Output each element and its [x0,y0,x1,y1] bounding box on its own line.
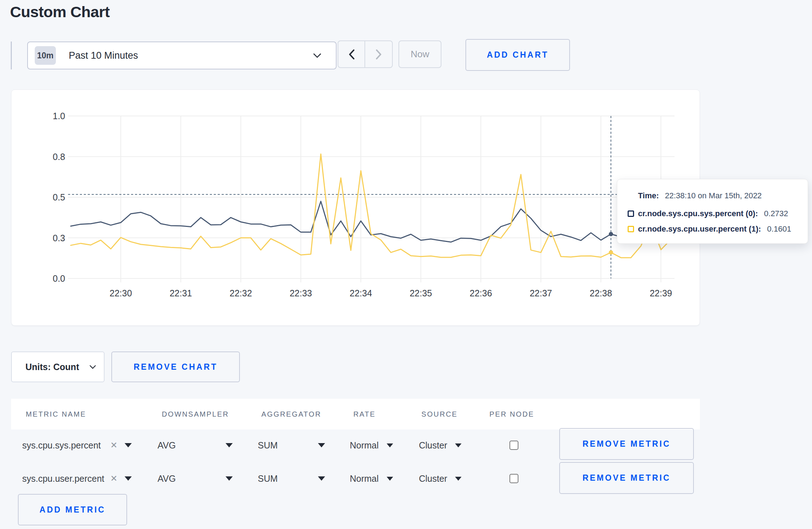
svg-text:22:31: 22:31 [170,288,192,298]
svg-text:0.3: 0.3 [53,233,65,243]
chart-tooltip: Time: 22:38:10 on Mar 15th, 2022 cr.node… [617,179,808,244]
remove-metric-button[interactable]: REMOVE METRIC [559,428,694,460]
chevron-down-icon [313,53,322,58]
prev-time-button[interactable] [338,41,365,67]
downsampler-select[interactable]: AVG [158,471,176,486]
svg-text:0.5: 0.5 [53,192,65,202]
add-chart-button[interactable]: ADD CHART [465,39,570,71]
svg-text:22:37: 22:37 [530,288,552,298]
aggregator-dropdown-arrow[interactable] [318,437,325,453]
add-metric-button[interactable]: ADD METRIC [18,494,127,525]
svg-text:22:30: 22:30 [110,288,132,298]
tooltip-time-value: 22:38:10 on Mar 15th, 2022 [665,191,762,200]
metric-name-dropdown-arrow[interactable] [125,437,132,453]
aggregator-select[interactable]: SUM [258,471,278,486]
series-user-swatch [628,226,634,232]
remove-chart-button[interactable]: REMOVE CHART [111,351,240,382]
time-nav-group [338,40,393,68]
col-header-aggregator: AGGREGATOR [261,399,322,429]
time-range-label: Past 10 Minutes [69,50,138,61]
units-label: Units: Count [25,362,79,372]
series-sys-swatch [628,210,634,217]
tooltip-series-label: cr.node.sys.cpu.user.percent (1): [638,224,761,234]
remove-metric-x-icon[interactable]: ✕ [110,471,117,486]
metrics-table-header: METRIC NAME DOWNSAMPLER AGGREGATOR RATE … [11,399,700,429]
col-header-metric-name: METRIC NAME [26,399,86,429]
metric-name-dropdown-arrow[interactable] [125,471,132,486]
next-time-button[interactable] [365,41,392,67]
col-header-rate: RATE [353,399,376,429]
col-header-per-node: PER NODE [489,399,534,429]
svg-text:22:38: 22:38 [590,288,612,298]
chevron-left-icon [348,49,355,60]
aggregator-dropdown-arrow[interactable] [318,471,325,486]
chevron-down-icon [89,365,96,369]
svg-text:22:36: 22:36 [470,288,492,298]
col-header-downsampler: DOWNSAMPLER [162,399,229,429]
rate-select[interactable]: Normal [350,437,393,453]
tooltip-time-label: Time: [638,191,659,200]
downsampler-dropdown-arrow[interactable] [226,471,233,486]
remove-metric-button[interactable]: REMOVE METRIC [559,462,694,494]
source-select[interactable]: Cluster [419,471,461,486]
line-chart[interactable]: 0.00.30.50.81.022:3022:3122:3222:3322:34… [11,89,700,326]
page-title: Custom Chart [10,3,110,21]
aggregator-select[interactable]: SUM [258,437,278,453]
tooltip-series-value: 0.2732 [764,209,788,218]
tooltip-series-value: 0.1601 [767,224,791,234]
time-range-badge: 10m [35,46,56,65]
remove-metric-x-icon[interactable]: ✕ [110,437,117,453]
tooltip-series-label: cr.node.sys.cpu.sys.percent (0): [638,209,758,218]
now-button[interactable]: Now [398,40,441,68]
col-header-source: SOURCE [421,399,458,429]
per-node-checkbox[interactable] [509,437,518,453]
svg-text:22:32: 22:32 [229,288,252,298]
metric-name-value[interactable]: sys.cpu.sys.percent [22,440,101,451]
source-select[interactable]: Cluster [419,437,461,453]
downsampler-select[interactable]: AVG [158,437,176,453]
svg-text:22:39: 22:39 [650,288,672,298]
svg-text:0.0: 0.0 [53,273,65,283]
units-select[interactable]: Units: Count [11,351,105,382]
accent-line [11,42,12,69]
svg-text:1.0: 1.0 [53,111,65,121]
per-node-checkbox[interactable] [509,471,518,486]
rate-select[interactable]: Normal [350,471,393,486]
svg-text:22:33: 22:33 [290,288,312,298]
svg-text:0.8: 0.8 [53,152,65,162]
svg-text:22:35: 22:35 [410,288,432,298]
svg-text:22:34: 22:34 [350,288,372,298]
downsampler-dropdown-arrow[interactable] [226,437,233,453]
time-range-select[interactable]: 10m Past 10 Minutes [27,42,337,69]
metric-name-value[interactable]: sys.cpu.user.percent [22,474,104,484]
chevron-right-icon [376,49,382,60]
